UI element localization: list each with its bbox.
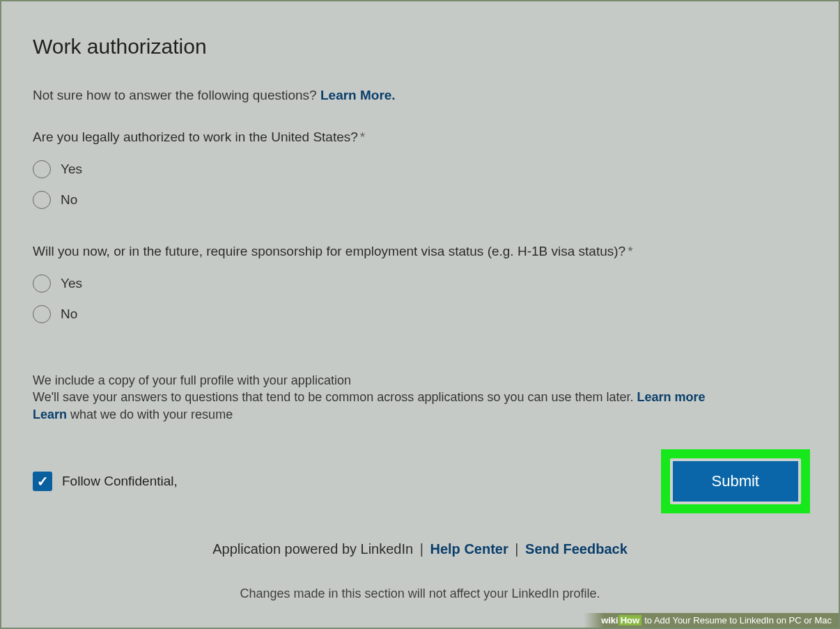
- bottom-row: ✓ Follow Confidential, Submit: [33, 449, 807, 513]
- learn-more-link-2[interactable]: Learn more: [637, 390, 706, 404]
- learn-link[interactable]: Learn: [33, 407, 67, 421]
- info-line-3: Learn what we do with your resume: [33, 406, 807, 423]
- watermark-text: to Add Your Resume to LinkedIn on PC or …: [644, 615, 832, 626]
- radio-q2-yes[interactable]: Yes: [33, 274, 807, 293]
- required-indicator: *: [360, 130, 365, 144]
- page-title: Work authorization: [33, 35, 807, 59]
- follow-confidential-checkbox[interactable]: ✓ Follow Confidential,: [33, 472, 178, 491]
- radio-circle-icon: [33, 191, 51, 209]
- wikihow-how: How: [619, 615, 641, 626]
- info-section: We include a copy of your full profile w…: [33, 372, 807, 423]
- help-text-content: Not sure how to answer the following que…: [33, 88, 320, 102]
- radio-q2-no[interactable]: No: [33, 305, 807, 323]
- radio-label: Yes: [61, 162, 82, 177]
- wikihow-logo: wiki: [601, 615, 619, 626]
- submit-highlight: Submit: [661, 449, 810, 513]
- radio-label: Yes: [61, 276, 82, 291]
- learn-more-link[interactable]: Learn More.: [320, 88, 396, 102]
- footer-note: Changes made in this section will not af…: [33, 587, 807, 601]
- footer-links: Application powered by LinkedIn | Help C…: [33, 541, 807, 557]
- info-line-1: We include a copy of your full profile w…: [33, 372, 807, 389]
- radio-q1-no[interactable]: No: [33, 191, 807, 209]
- question-1-label: Are you legally authorized to work in th…: [33, 130, 807, 145]
- submit-button[interactable]: Submit: [670, 458, 801, 504]
- radio-circle-icon: [33, 305, 51, 323]
- checkbox-label: Follow Confidential,: [62, 474, 178, 489]
- footer-prefix: Application powered by LinkedIn: [212, 541, 417, 557]
- help-center-link[interactable]: Help Center: [430, 541, 508, 557]
- checkbox-box-icon: ✓: [33, 472, 52, 491]
- wikihow-watermark: wikiHow to Add Your Resume to LinkedIn o…: [584, 613, 839, 628]
- radio-q1-yes[interactable]: Yes: [33, 160, 807, 178]
- radio-circle-icon: [33, 274, 51, 293]
- info-line-2: We'll save your answers to questions tha…: [33, 389, 807, 405]
- divider: |: [420, 541, 423, 557]
- radio-label: No: [61, 306, 77, 322]
- required-indicator: *: [628, 244, 632, 258]
- radio-circle-icon: [33, 160, 51, 178]
- question-2-group: Will you now, or in the future, require …: [33, 244, 807, 323]
- help-text: Not sure how to answer the following que…: [33, 88, 807, 103]
- radio-label: No: [61, 192, 77, 208]
- divider: |: [515, 541, 518, 557]
- question-2-label: Will you now, or in the future, require …: [33, 244, 807, 259]
- question-1-group: Are you legally authorized to work in th…: [33, 130, 807, 209]
- send-feedback-link[interactable]: Send Feedback: [525, 541, 628, 557]
- checkmark-icon: ✓: [37, 473, 49, 490]
